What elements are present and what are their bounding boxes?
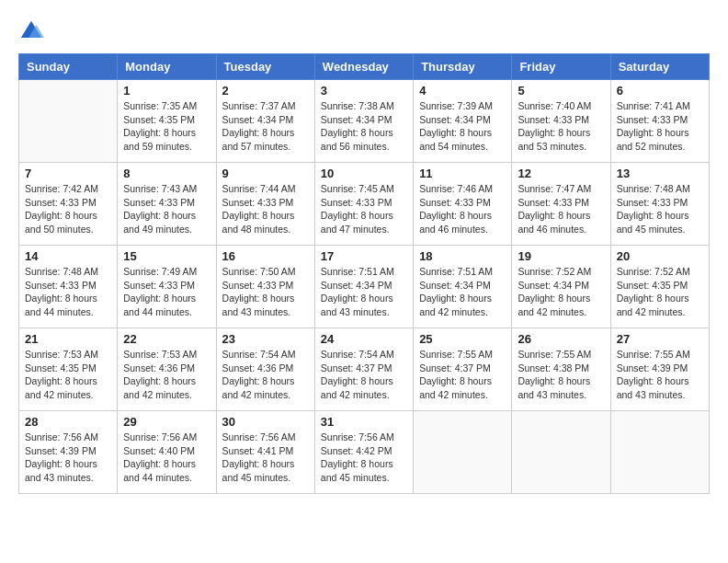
calendar-cell: 17Sunrise: 7:51 AMSunset: 4:34 PMDayligh… — [314, 246, 413, 328]
calendar-header-saturday: Saturday — [610, 54, 709, 80]
day-number: 7 — [25, 167, 111, 180]
calendar-cell: 15Sunrise: 7:49 AMSunset: 4:33 PMDayligh… — [118, 246, 216, 328]
calendar-cell: 14Sunrise: 7:48 AMSunset: 4:33 PMDayligh… — [19, 246, 118, 328]
calendar-cell — [512, 411, 610, 494]
calendar-cell: 26Sunrise: 7:55 AMSunset: 4:38 PMDayligh… — [512, 328, 610, 411]
day-info: Sunrise: 7:52 AMSunset: 4:35 PMDaylight:… — [617, 265, 703, 319]
day-info: Sunrise: 7:53 AMSunset: 4:35 PMDaylight:… — [25, 348, 111, 402]
day-info: Sunrise: 7:37 AMSunset: 4:34 PMDaylight:… — [222, 99, 309, 154]
day-number: 28 — [25, 415, 111, 429]
day-number: 14 — [25, 249, 111, 263]
day-info: Sunrise: 7:40 AMSunset: 4:33 PMDaylight:… — [518, 99, 604, 154]
calendar-week-0: 1Sunrise: 7:35 AMSunset: 4:35 PMDaylight… — [19, 80, 710, 163]
day-number: 20 — [617, 249, 703, 263]
day-number: 11 — [419, 167, 506, 180]
calendar-cell: 21Sunrise: 7:53 AMSunset: 4:35 PMDayligh… — [19, 328, 118, 411]
day-info: Sunrise: 7:51 AMSunset: 4:34 PMDaylight:… — [419, 265, 506, 319]
calendar-cell: 30Sunrise: 7:56 AMSunset: 4:41 PMDayligh… — [216, 411, 314, 494]
day-info: Sunrise: 7:45 AMSunset: 4:33 PMDaylight:… — [321, 182, 407, 236]
calendar: SundayMondayTuesdayWednesdayThursdayFrid… — [18, 53, 710, 494]
day-number: 23 — [222, 332, 309, 346]
calendar-cell: 8Sunrise: 7:43 AMSunset: 4:33 PMDaylight… — [118, 163, 216, 246]
calendar-cell: 29Sunrise: 7:56 AMSunset: 4:40 PMDayligh… — [118, 411, 216, 494]
day-info: Sunrise: 7:56 AMSunset: 4:41 PMDaylight:… — [222, 431, 309, 485]
calendar-cell: 19Sunrise: 7:52 AMSunset: 4:34 PMDayligh… — [512, 246, 610, 328]
calendar-cell: 5Sunrise: 7:40 AMSunset: 4:33 PMDaylight… — [512, 80, 610, 163]
calendar-cell: 23Sunrise: 7:54 AMSunset: 4:36 PMDayligh… — [216, 328, 314, 411]
day-number: 30 — [222, 415, 309, 429]
day-info: Sunrise: 7:42 AMSunset: 4:33 PMDaylight:… — [25, 182, 111, 236]
day-number: 1 — [123, 84, 210, 98]
calendar-cell: 1Sunrise: 7:35 AMSunset: 4:35 PMDaylight… — [118, 80, 216, 163]
calendar-week-2: 14Sunrise: 7:48 AMSunset: 4:33 PMDayligh… — [19, 246, 710, 328]
calendar-header-thursday: Thursday — [414, 54, 512, 80]
calendar-cell: 24Sunrise: 7:54 AMSunset: 4:37 PMDayligh… — [314, 328, 413, 411]
day-info: Sunrise: 7:55 AMSunset: 4:39 PMDaylight:… — [617, 348, 703, 402]
day-info: Sunrise: 7:44 AMSunset: 4:33 PMDaylight:… — [222, 182, 309, 236]
calendar-cell: 6Sunrise: 7:41 AMSunset: 4:33 PMDaylight… — [610, 80, 709, 163]
calendar-cell — [610, 411, 709, 494]
day-info: Sunrise: 7:52 AMSunset: 4:34 PMDaylight:… — [518, 265, 604, 319]
day-info: Sunrise: 7:51 AMSunset: 4:34 PMDaylight:… — [321, 265, 407, 319]
calendar-week-3: 21Sunrise: 7:53 AMSunset: 4:35 PMDayligh… — [19, 328, 710, 411]
day-number: 16 — [222, 249, 309, 263]
day-number: 2 — [222, 84, 309, 98]
day-number: 26 — [518, 332, 604, 346]
day-number: 25 — [419, 332, 506, 346]
calendar-cell: 4Sunrise: 7:39 AMSunset: 4:34 PMDaylight… — [414, 80, 512, 163]
day-info: Sunrise: 7:48 AMSunset: 4:33 PMDaylight:… — [25, 265, 111, 319]
calendar-header-monday: Monday — [118, 54, 216, 80]
calendar-cell: 7Sunrise: 7:42 AMSunset: 4:33 PMDaylight… — [19, 163, 118, 246]
day-number: 6 — [617, 84, 703, 98]
day-info: Sunrise: 7:54 AMSunset: 4:36 PMDaylight:… — [222, 348, 309, 402]
day-info: Sunrise: 7:55 AMSunset: 4:38 PMDaylight:… — [518, 348, 604, 402]
calendar-header-wednesday: Wednesday — [314, 54, 413, 80]
calendar-header-tuesday: Tuesday — [216, 54, 314, 80]
day-info: Sunrise: 7:46 AMSunset: 4:33 PMDaylight:… — [419, 182, 506, 236]
day-number: 17 — [321, 249, 407, 263]
day-info: Sunrise: 7:55 AMSunset: 4:37 PMDaylight:… — [419, 348, 506, 402]
calendar-cell: 20Sunrise: 7:52 AMSunset: 4:35 PMDayligh… — [610, 246, 709, 328]
calendar-cell — [414, 411, 512, 494]
logo-icon — [18, 18, 44, 44]
calendar-header-row: SundayMondayTuesdayWednesdayThursdayFrid… — [19, 54, 710, 80]
calendar-cell: 12Sunrise: 7:47 AMSunset: 4:33 PMDayligh… — [512, 163, 610, 246]
day-info: Sunrise: 7:54 AMSunset: 4:37 PMDaylight:… — [321, 348, 407, 402]
calendar-cell: 22Sunrise: 7:53 AMSunset: 4:36 PMDayligh… — [118, 328, 216, 411]
day-number: 24 — [321, 332, 407, 346]
day-number: 15 — [123, 249, 210, 263]
calendar-cell: 11Sunrise: 7:46 AMSunset: 4:33 PMDayligh… — [414, 163, 512, 246]
calendar-cell — [19, 80, 118, 163]
calendar-cell: 9Sunrise: 7:44 AMSunset: 4:33 PMDaylight… — [216, 163, 314, 246]
calendar-cell: 10Sunrise: 7:45 AMSunset: 4:33 PMDayligh… — [314, 163, 413, 246]
calendar-cell: 13Sunrise: 7:48 AMSunset: 4:33 PMDayligh… — [610, 163, 709, 246]
calendar-cell: 18Sunrise: 7:51 AMSunset: 4:34 PMDayligh… — [414, 246, 512, 328]
day-info: Sunrise: 7:39 AMSunset: 4:34 PMDaylight:… — [419, 99, 506, 154]
day-info: Sunrise: 7:38 AMSunset: 4:34 PMDaylight:… — [321, 99, 407, 154]
day-number: 8 — [123, 167, 210, 180]
logo — [18, 18, 48, 44]
day-info: Sunrise: 7:56 AMSunset: 4:39 PMDaylight:… — [25, 431, 111, 485]
day-info: Sunrise: 7:48 AMSunset: 4:33 PMDaylight:… — [617, 182, 703, 236]
day-info: Sunrise: 7:41 AMSunset: 4:33 PMDaylight:… — [617, 99, 703, 154]
day-number: 5 — [518, 84, 604, 98]
day-info: Sunrise: 7:43 AMSunset: 4:33 PMDaylight:… — [123, 182, 210, 236]
calendar-cell: 27Sunrise: 7:55 AMSunset: 4:39 PMDayligh… — [610, 328, 709, 411]
calendar-header-friday: Friday — [512, 54, 610, 80]
day-number: 12 — [518, 167, 604, 180]
calendar-cell: 28Sunrise: 7:56 AMSunset: 4:39 PMDayligh… — [19, 411, 118, 494]
day-number: 31 — [321, 415, 407, 429]
calendar-cell: 25Sunrise: 7:55 AMSunset: 4:37 PMDayligh… — [414, 328, 512, 411]
day-number: 18 — [419, 249, 506, 263]
calendar-cell: 16Sunrise: 7:50 AMSunset: 4:33 PMDayligh… — [216, 246, 314, 328]
day-number: 13 — [617, 167, 703, 180]
day-info: Sunrise: 7:49 AMSunset: 4:33 PMDaylight:… — [123, 265, 210, 319]
header — [18, 18, 710, 44]
calendar-cell: 3Sunrise: 7:38 AMSunset: 4:34 PMDaylight… — [314, 80, 413, 163]
day-info: Sunrise: 7:35 AMSunset: 4:35 PMDaylight:… — [123, 99, 210, 154]
calendar-week-4: 28Sunrise: 7:56 AMSunset: 4:39 PMDayligh… — [19, 411, 710, 494]
day-number: 3 — [321, 84, 407, 98]
day-number: 10 — [321, 167, 407, 180]
day-number: 27 — [617, 332, 703, 346]
day-number: 29 — [123, 415, 210, 429]
